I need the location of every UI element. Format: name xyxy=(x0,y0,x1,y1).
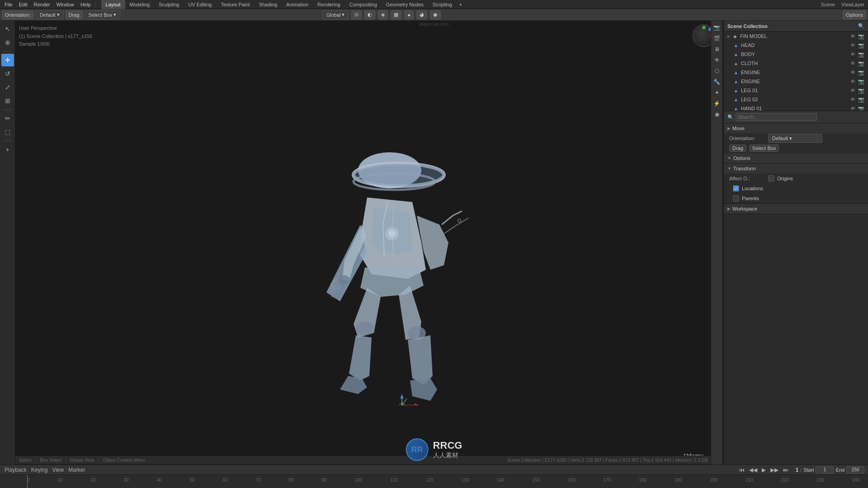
outliner-item-cloth[interactable]: ▲ CLOTH 👁 📷 xyxy=(724,59,868,68)
render-visibility-icon[interactable]: 📷 xyxy=(858,88,864,94)
tool-annotate[interactable]: ✏ xyxy=(1,112,14,125)
viewport-shading-solid[interactable]: ● xyxy=(404,10,414,19)
jump-end-btn[interactable]: ⏭ xyxy=(782,467,789,473)
select-box-dropdown[interactable]: Select Box ▾ xyxy=(85,10,121,19)
tab-shading[interactable]: Shading xyxy=(255,0,282,9)
tool-select[interactable]: ↖ xyxy=(1,23,14,35)
jump-start-btn[interactable]: ⏮ xyxy=(738,467,745,473)
selectbox-prop-btn[interactable]: Select Box xyxy=(749,145,779,152)
viewlayer-label[interactable]: ViewLayer xyxy=(840,2,866,7)
visibility-icon[interactable]: 👁 xyxy=(850,33,855,39)
tab-compositing[interactable]: Compositing xyxy=(345,0,382,9)
tab-layout[interactable]: Layout xyxy=(101,0,125,9)
outliner-item-body[interactable]: ▲ BODY 👁 📷 xyxy=(724,50,868,59)
tab-geometry-nodes[interactable]: Geometry Nodes xyxy=(382,0,428,9)
outliner-item-head[interactable]: ▲ HEAD 👁 📷 xyxy=(724,41,868,50)
menu-help[interactable]: Help xyxy=(78,0,94,9)
orientation-dropdown[interactable]: Default ▾ xyxy=(36,10,64,19)
properties-physics-icon[interactable]: ⚡ xyxy=(712,99,722,108)
properties-material-icon[interactable]: ◉ xyxy=(712,109,722,119)
origins-checkbox[interactable] xyxy=(768,175,774,182)
parents-checkbox[interactable] xyxy=(733,195,739,202)
visibility-icon[interactable]: 👁 xyxy=(850,52,855,57)
visibility-icon[interactable]: 👁 xyxy=(850,79,855,84)
render-visibility-icon[interactable]: 📷 xyxy=(858,97,864,103)
tool-scale[interactable]: ⤢ xyxy=(1,81,14,94)
status-context-menu[interactable]: Object Context Menu xyxy=(103,458,145,463)
view-menu[interactable]: View xyxy=(51,467,65,473)
menu-edit[interactable]: Edit xyxy=(16,0,30,9)
play-btn[interactable]: ▶ xyxy=(761,467,767,473)
overlay-btn[interactable]: ⊙ xyxy=(351,10,362,19)
status-select[interactable]: Select xyxy=(19,458,32,463)
properties-output-icon[interactable]: 🖥 xyxy=(712,44,722,54)
render-visibility-icon[interactable]: 📷 xyxy=(858,33,864,39)
visibility-icon[interactable]: 👁 xyxy=(850,106,855,111)
viewport-3d[interactable]: User Perspective (1) Scene Collection | … xyxy=(15,21,723,465)
render-visibility-icon[interactable]: 📷 xyxy=(858,52,864,57)
viewport-shading-render[interactable]: ◉ xyxy=(430,10,441,19)
tab-uv-editing[interactable]: UV Editing xyxy=(184,0,216,9)
menu-file[interactable]: File xyxy=(2,0,15,9)
visibility-icon[interactable]: 👁 xyxy=(850,61,855,66)
outliner-item-hand01[interactable]: ▲ HAND 01 👁 📷 xyxy=(724,104,868,111)
tool-add[interactable]: + xyxy=(1,143,14,156)
gizmo-y-axis[interactable] xyxy=(702,26,706,29)
properties-view-icon[interactable]: 👁 xyxy=(712,55,722,65)
workspace-header[interactable]: ▶ Workspace xyxy=(724,204,868,214)
properties-particles-icon[interactable]: ✦ xyxy=(712,88,722,98)
render-visibility-icon[interactable]: 📷 xyxy=(858,42,864,48)
transform-header[interactable]: ▼ Transform xyxy=(724,164,868,174)
visibility-icon[interactable]: 👁 xyxy=(850,70,855,75)
add-workspace-btn[interactable]: + xyxy=(457,0,465,9)
outliner-search-icon[interactable]: 🔍 xyxy=(858,23,864,29)
render-visibility-icon[interactable]: 📷 xyxy=(858,70,864,75)
viewport-shading-mat[interactable]: ◕ xyxy=(416,10,427,19)
properties-modifier-icon[interactable]: 🔧 xyxy=(712,77,722,87)
tool-cursor[interactable]: ⊕ xyxy=(1,36,14,49)
global-dropdown[interactable]: Global ▾ xyxy=(322,10,349,19)
status-rotate-view[interactable]: Rotate View xyxy=(70,458,94,463)
properties-object-icon[interactable]: ⬡ xyxy=(712,66,722,76)
outliner-item-engine2[interactable]: ▲ ENGINE 👁 📷 xyxy=(724,77,868,86)
visibility-icon[interactable]: 👁 xyxy=(850,42,855,48)
tab-sculpting[interactable]: Sculpting xyxy=(154,0,184,9)
tab-texture-paint[interactable]: Texture Paint xyxy=(216,0,254,9)
tab-animation[interactable]: Animation xyxy=(282,0,313,9)
tab-scripting[interactable]: Scripting xyxy=(428,0,457,9)
properties-render-icon[interactable]: 🎬 xyxy=(712,33,722,43)
options-header[interactable]: ▼ Options xyxy=(724,153,868,163)
xray-btn[interactable]: ◈ xyxy=(378,10,388,19)
render-visibility-icon[interactable]: 📷 xyxy=(858,106,864,111)
options-btn[interactable]: Options xyxy=(843,10,866,19)
playback-menu[interactable]: Playback xyxy=(4,467,28,473)
outliner-item-engine1[interactable]: ▲ ENGINE 👁 📷 xyxy=(724,68,868,77)
properties-scene-icon[interactable]: 📷 xyxy=(712,23,722,33)
menu-window[interactable]: Window xyxy=(54,0,77,9)
viewport-shading-wire[interactable]: ▦ xyxy=(391,10,401,19)
marker-menu[interactable]: Marker xyxy=(67,467,86,473)
visibility-icon[interactable]: 👁 xyxy=(850,88,855,93)
menu-render[interactable]: Render xyxy=(31,0,53,9)
timeline-track[interactable]: 0 10 20 30 40 50 60 70 80 90 100 110 120… xyxy=(0,475,868,488)
tab-modeling[interactable]: Modeling xyxy=(125,0,155,9)
render-visibility-icon[interactable]: 📷 xyxy=(858,61,864,66)
end-frame-input[interactable] xyxy=(846,466,864,474)
locations-checkbox[interactable]: ✓ xyxy=(733,185,739,192)
prev-keyframe-btn[interactable]: ◀◀ xyxy=(748,467,758,473)
tab-rendering[interactable]: Rendering xyxy=(313,0,345,9)
drag-prop-btn[interactable]: Drag xyxy=(729,145,746,152)
keying-menu[interactable]: Keying xyxy=(30,467,49,473)
outliner-item-leg01[interactable]: ▲ LEG 01 👁 📷 xyxy=(724,86,868,95)
render-visibility-icon[interactable]: 📷 xyxy=(858,79,864,84)
orientation-prop-dropdown[interactable]: Default ▾ xyxy=(768,134,822,143)
outliner-item-leg02[interactable]: ▲ LEG 02 👁 📷 xyxy=(724,95,868,104)
outliner-item-fin-model[interactable]: ▶ ◈ FIN MODEL 👁 📷 xyxy=(724,32,868,41)
shading-btn[interactable]: ◐ xyxy=(364,10,375,19)
status-box-select[interactable]: Box Select xyxy=(40,458,61,463)
tool-move[interactable]: ✛ xyxy=(1,54,14,66)
tool-section-header[interactable]: ▶ Move xyxy=(724,123,868,133)
visibility-icon[interactable]: 👁 xyxy=(850,97,855,102)
drag-btn[interactable]: Drag xyxy=(66,10,83,19)
next-keyframe-btn[interactable]: ▶▶ xyxy=(769,467,779,473)
